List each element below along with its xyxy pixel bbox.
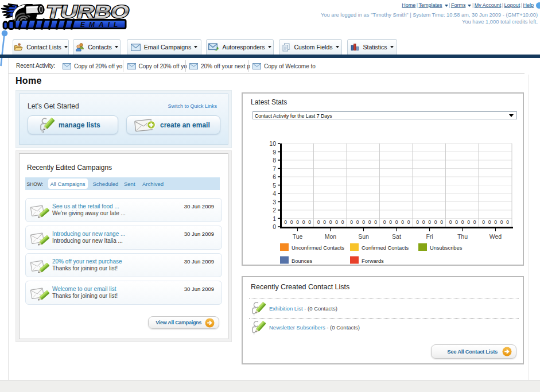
svg-text:0: 0 <box>422 219 425 225</box>
svg-text:0: 0 <box>323 219 326 225</box>
svg-text:0: 0 <box>341 219 344 225</box>
svg-text:0: 0 <box>290 219 293 225</box>
svg-text:0: 0 <box>494 219 497 225</box>
svg-text:Fri: Fri <box>426 233 433 240</box>
svg-text:0: 0 <box>308 219 311 225</box>
svg-text:Wed: Wed <box>490 233 502 240</box>
svg-text:0: 0 <box>389 219 392 225</box>
svg-text:3: 3 <box>273 199 276 205</box>
svg-text:4: 4 <box>273 190 276 197</box>
svg-text:0: 0 <box>401 219 404 225</box>
svg-text:0: 0 <box>500 219 503 225</box>
svg-text:0: 0 <box>449 219 452 225</box>
svg-text:0: 0 <box>335 219 338 225</box>
svg-text:Sun: Sun <box>358 233 369 240</box>
svg-text:0: 0 <box>461 219 464 225</box>
svg-text:TURBO: TURBO <box>44 2 131 22</box>
svg-text:0: 0 <box>317 219 320 225</box>
svg-text:0: 0 <box>467 219 470 225</box>
svg-text:Forwards: Forwards <box>362 258 384 264</box>
svg-text:0: 0 <box>407 219 410 225</box>
svg-text:0: 0 <box>356 219 359 225</box>
svg-text:2: 2 <box>273 207 276 214</box>
svg-text:0: 0 <box>473 219 476 225</box>
svg-text:9: 9 <box>273 149 276 156</box>
svg-text:0: 0 <box>440 219 443 225</box>
svg-text:Sat: Sat <box>392 233 401 240</box>
svg-text:Unconfirmed Contacts: Unconfirmed Contacts <box>292 245 344 251</box>
svg-text:6: 6 <box>273 173 276 180</box>
svg-text:0: 0 <box>329 219 332 225</box>
svg-text:5: 5 <box>273 182 276 189</box>
svg-text:0: 0 <box>428 219 431 225</box>
svg-text:0: 0 <box>434 219 437 225</box>
svg-text:0: 0 <box>506 219 509 225</box>
svg-text:7: 7 <box>273 165 276 172</box>
svg-text:0: 0 <box>482 219 485 225</box>
svg-text:Mon: Mon <box>325 233 337 240</box>
svg-text:0: 0 <box>273 223 276 230</box>
svg-text:10: 10 <box>269 140 276 147</box>
svg-text:0: 0 <box>350 219 353 225</box>
svg-text:Confirmed Contacts: Confirmed Contacts <box>362 245 409 251</box>
svg-text:0: 0 <box>374 219 377 225</box>
svg-text:0: 0 <box>488 219 491 225</box>
svg-text:Thu: Thu <box>457 233 468 240</box>
svg-text:1: 1 <box>273 215 276 222</box>
svg-text:Unsubscribes: Unsubscribes <box>430 245 463 251</box>
svg-text:0: 0 <box>383 219 386 225</box>
svg-text:Tue: Tue <box>293 233 303 240</box>
svg-text:0: 0 <box>416 219 419 225</box>
svg-text:0: 0 <box>368 219 371 225</box>
svg-text:8: 8 <box>273 157 276 164</box>
svg-text:0: 0 <box>362 219 365 225</box>
svg-text:0: 0 <box>302 219 305 225</box>
svg-text:0: 0 <box>284 219 287 225</box>
svg-text:0: 0 <box>395 219 398 225</box>
svg-text:0: 0 <box>455 219 458 225</box>
svg-text:Bounces: Bounces <box>292 258 313 264</box>
svg-text:0: 0 <box>296 219 299 225</box>
